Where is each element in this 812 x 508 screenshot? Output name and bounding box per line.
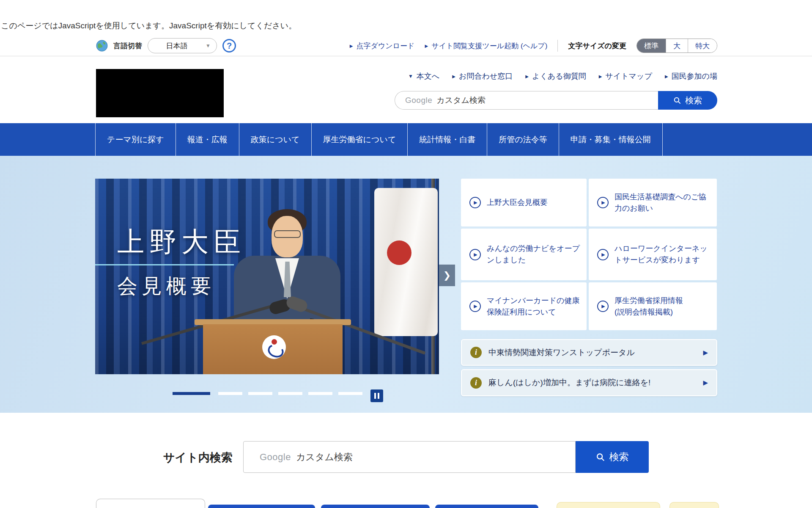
carousel-slide-minister-briefing[interactable]: 上野大臣 会見概要 bbox=[95, 179, 439, 374]
banner-label: 中東情勢関連対策ワンストップポータル bbox=[488, 347, 696, 358]
japan-flag-circle bbox=[387, 240, 411, 265]
font-size-large-button[interactable]: 大 bbox=[666, 39, 688, 52]
minister-illustration bbox=[274, 230, 301, 238]
language-switcher: 言語切替 日本語 ▼ ? bbox=[96, 36, 236, 56]
google-logo-text: Google bbox=[260, 452, 291, 463]
card-label: マイナンバーカードの健康保険証利用について bbox=[487, 295, 581, 318]
page: このページではJavaScriptを使用しています。JavaScriptを有効に… bbox=[0, 0, 812, 508]
slide-title-divider bbox=[95, 264, 234, 265]
skip-to-content-label: 本文へ bbox=[417, 71, 439, 81]
site-search-button[interactable]: 検索 bbox=[576, 441, 649, 473]
accessibility-tool-link[interactable]: ▶ サイト閲覧支援ツール起動 (ヘルプ) bbox=[425, 41, 547, 51]
language-select[interactable]: 日本語 ▼ bbox=[148, 38, 217, 53]
bottom-tab[interactable] bbox=[669, 502, 719, 508]
carousel-pause-button[interactable] bbox=[370, 389, 383, 402]
main-navigation: テーマ別に探す 報道・広報 政策について 厚生労働省について 統計情報・白書 所… bbox=[0, 123, 812, 156]
hero-section: 上野大臣 会見概要 ❯ ▶ 上野大臣会見概要 ▶ 国民生活基礎調査へのご協力のお… bbox=[0, 156, 812, 413]
carousel-indicator[interactable] bbox=[173, 392, 210, 395]
search-icon bbox=[596, 453, 605, 462]
search-icon bbox=[673, 97, 681, 105]
header-search-button[interactable]: 検索 bbox=[658, 91, 717, 110]
site-search-placeholder: カスタム検索 bbox=[296, 451, 353, 464]
nav-item-themes[interactable]: テーマ別に探す bbox=[95, 123, 176, 156]
language-switch-label: 言語切替 bbox=[113, 41, 142, 51]
play-glyph: ▶ bbox=[474, 304, 477, 309]
font-size-xlarge-button[interactable]: 特大 bbox=[688, 39, 717, 52]
carousel-next-button[interactable]: ❯ bbox=[439, 265, 455, 286]
banner-measles-alert[interactable]: i 麻しん(はしか)増加中。まずは病院に連絡を! ▶ bbox=[461, 369, 717, 396]
card-label: ハローワークインターネットサービスが変わります bbox=[614, 243, 711, 266]
contact-link[interactable]: ▶ お問合わせ窓口 bbox=[452, 71, 513, 81]
skip-to-content-link[interactable]: ▼ 本文へ bbox=[408, 71, 439, 81]
bottom-tab[interactable] bbox=[435, 505, 538, 508]
play-icon: ▶ bbox=[469, 301, 481, 312]
arrow-right-icon: ▶ bbox=[665, 74, 668, 79]
accessibility-tool-label: サイト閲覧支援ツール起動 (ヘルプ) bbox=[431, 41, 547, 51]
font-size-standard-button[interactable]: 標準 bbox=[637, 39, 666, 52]
slide-title-line1: 上野大臣 bbox=[117, 224, 246, 260]
carousel-indicator[interactable] bbox=[248, 392, 272, 395]
mhlw-emblem bbox=[262, 335, 286, 359]
public-participation-link[interactable]: ▶ 国民参加の場 bbox=[665, 71, 717, 81]
header-quick-links: ▼ 本文へ ▶ お問合わせ窓口 ▶ よくある御質問 ▶ サイトマップ ▶ 国民参… bbox=[408, 71, 717, 81]
google-logo-text: Google bbox=[405, 96, 432, 105]
help-button[interactable]: ? bbox=[222, 39, 236, 52]
card-mynumber-insurance[interactable]: ▶ マイナンバーカードの健康保険証利用について bbox=[461, 282, 587, 330]
arrow-right-icon: ▶ bbox=[425, 44, 428, 48]
carousel-indicator[interactable] bbox=[218, 392, 242, 395]
podium bbox=[203, 324, 343, 374]
arrow-right-icon: ▶ bbox=[452, 74, 455, 79]
header-search-button-label: 検索 bbox=[685, 95, 702, 106]
card-label: みんなの労働ナビをオープンしました bbox=[487, 243, 581, 266]
carousel-indicator[interactable] bbox=[338, 392, 362, 395]
banner-label: 麻しん(はしか)増加中。まずは病院に連絡を! bbox=[488, 377, 696, 388]
play-glyph: ▶ bbox=[474, 252, 477, 257]
play-glyph: ▶ bbox=[601, 252, 605, 257]
bottom-tab[interactable] bbox=[321, 505, 430, 508]
play-glyph: ▶ bbox=[474, 200, 477, 205]
header-search-input[interactable]: Google カスタム検索 bbox=[395, 91, 658, 110]
utility-bar: 言語切替 日本語 ▼ ? ▶ 点字ダウンロード ▶ サイト閲覧支援ツール起動 (… bbox=[0, 36, 812, 56]
card-livelihood-survey[interactable]: ▶ 国民生活基礎調査へのご協力のお願い bbox=[589, 179, 717, 226]
font-size-toggle: 標準 大 特大 bbox=[636, 39, 717, 53]
carousel-indicator[interactable] bbox=[308, 392, 332, 395]
carousel-indicator[interactable] bbox=[278, 392, 302, 395]
arrow-right-icon: ▶ bbox=[599, 74, 602, 79]
main-navigation-items: テーマ別に探す 報道・広報 政策について 厚生労働省について 統計情報・白書 所… bbox=[95, 123, 663, 156]
nav-item-applications[interactable]: 申請・募集・情報公開 bbox=[559, 123, 663, 156]
card-label: 上野大臣会見概要 bbox=[487, 197, 548, 208]
card-labor-navi[interactable]: ▶ みんなの労働ナビをオープンしました bbox=[461, 229, 587, 280]
site-search-input[interactable]: Google カスタム検索 bbox=[243, 441, 576, 473]
card-minister-briefing[interactable]: ▶ 上野大臣会見概要 bbox=[461, 179, 587, 226]
nav-item-statistics[interactable]: 統計情報・白書 bbox=[408, 123, 487, 156]
bottom-tab[interactable] bbox=[208, 505, 315, 508]
card-label: 厚生労働省採用情報 (説明会情報掲載) bbox=[614, 295, 683, 318]
card-hellowork-service[interactable]: ▶ ハローワークインターネットサービスが変わります bbox=[589, 229, 717, 280]
site-logo-redacted[interactable] bbox=[96, 69, 224, 117]
card-recruitment-info[interactable]: ▶ 厚生労働省採用情報 (説明会情報掲載) bbox=[589, 282, 717, 330]
braille-download-link[interactable]: ▶ 点字ダウンロード bbox=[350, 41, 415, 51]
nav-item-press[interactable]: 報道・広報 bbox=[176, 123, 239, 156]
utility-links: ▶ 点字ダウンロード ▶ サイト閲覧支援ツール起動 (ヘルプ) 文字サイズの変更… bbox=[350, 36, 717, 56]
banner-middle-east-portal[interactable]: i 中東情勢関連対策ワンストップポータル ▶ bbox=[461, 339, 717, 366]
chevron-down-icon: ▼ bbox=[206, 43, 217, 49]
braille-download-label: 点字ダウンロード bbox=[356, 41, 414, 51]
site-search-button-label: 検索 bbox=[609, 450, 629, 464]
arrow-down-icon: ▼ bbox=[408, 73, 413, 79]
bottom-tab[interactable] bbox=[96, 499, 205, 508]
play-glyph: ▶ bbox=[601, 304, 605, 309]
globe-icon bbox=[96, 40, 108, 52]
sitemap-link[interactable]: ▶ サイトマップ bbox=[599, 71, 652, 81]
hero-link-cards: ▶ 上野大臣会見概要 ▶ 国民生活基礎調査へのご協力のお願い ▶ みんなの労働ナ… bbox=[461, 179, 717, 330]
slide-title-line2: 会見概要 bbox=[117, 273, 215, 300]
font-size-label: 文字サイズの変更 bbox=[568, 41, 626, 51]
info-icon: i bbox=[470, 377, 482, 389]
header-search-placeholder: カスタム検索 bbox=[436, 95, 486, 106]
bottom-tab[interactable] bbox=[557, 502, 660, 508]
faq-link[interactable]: ▶ よくある御質問 bbox=[525, 71, 586, 81]
play-icon: ▶ bbox=[597, 301, 609, 312]
nav-item-about-mhlw[interactable]: 厚生労働省について bbox=[312, 123, 408, 156]
nav-item-policy[interactable]: 政策について bbox=[239, 123, 312, 156]
nav-item-laws[interactable]: 所管の法令等 bbox=[487, 123, 559, 156]
card-label: 国民生活基礎調査へのご協力のお願い bbox=[614, 191, 711, 214]
